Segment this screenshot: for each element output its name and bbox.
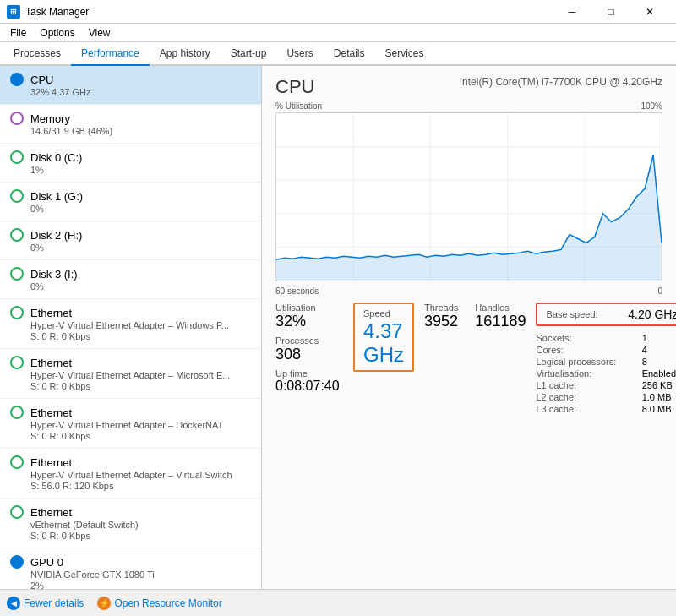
handles-value: 161189 <box>475 313 526 330</box>
l1-value: 256 KB <box>642 380 676 390</box>
memory-title: Memory <box>30 112 70 125</box>
eth1-icon <box>10 306 24 319</box>
disk3-sub: 0% <box>30 281 251 292</box>
sockets-value: 1 <box>642 333 676 343</box>
sidebar-item-memory[interactable]: Memory 14.6/31.9 GB (46%) <box>0 105 261 144</box>
gpu0-sub1: NVIDIA GeForce GTX 1080 Ti <box>30 570 251 580</box>
menu-view[interactable]: View <box>82 25 117 40</box>
logical-label: Logical processors: <box>536 357 628 367</box>
disk3-icon <box>10 267 24 281</box>
eth5-sub2: S: 0 R: 0 Kbps <box>30 531 251 541</box>
window-title: Task Manager <box>25 6 89 18</box>
sidebar-item-disk2[interactable]: Disk 2 (H:) 0% <box>0 221 261 260</box>
sidebar-item-eth5[interactable]: Ethernet vEthernet (Default Switch) S: 0… <box>0 499 261 548</box>
maximize-button[interactable]: □ <box>592 0 630 24</box>
tab-app-history[interactable]: App history <box>150 42 221 66</box>
memory-sub: 14.6/31.9 GB (46%) <box>30 126 251 136</box>
eth5-sub1: vEthernet (Default Switch) <box>30 520 251 530</box>
fewer-details-label: Fewer details <box>24 597 84 609</box>
tab-performance[interactable]: Performance <box>71 42 150 66</box>
sidebar-item-gpu0[interactable]: GPU 0 NVIDIA GeForce GTX 1080 Ti 2% <box>0 548 261 589</box>
sidebar-item-cpu[interactable]: CPU 32% 4.37 GHz <box>0 66 261 105</box>
disk2-title: Disk 2 (H:) <box>30 229 82 242</box>
eth3-icon <box>10 406 24 419</box>
main-content: CPU 32% 4.37 GHz Memory 14.6/31.9 GB (46… <box>0 66 676 589</box>
sidebar-item-disk3[interactable]: Disk 3 (I:) 0% <box>0 260 261 299</box>
sidebar-item-disk0[interactable]: Disk 0 (C:) 1% <box>0 144 261 183</box>
l2-value: 1.0 MB <box>642 392 676 402</box>
cpu-panel: CPU Intel(R) Core(TM) i7-7700K CPU @ 4.2… <box>262 66 676 589</box>
eth4-title: Ethernet <box>30 456 72 469</box>
l3-label: L3 cache: <box>536 404 628 414</box>
sidebar-item-eth1[interactable]: Ethernet Hyper-V Virtual Ethernet Adapte… <box>0 299 261 349</box>
threads-label: Threads <box>424 303 458 313</box>
disk1-title: Disk 1 (G:) <box>30 190 83 203</box>
uptime-value: 0:08:07:40 <box>275 379 343 394</box>
menu-file[interactable]: File <box>3 25 33 40</box>
gpu0-icon <box>10 555 24 569</box>
eth4-sub1: Hyper-V Virtual Ethernet Adapter – Virtu… <box>30 470 251 480</box>
sidebar-item-disk1[interactable]: Disk 1 (G:) 0% <box>0 183 261 221</box>
processes-value: 308 <box>275 346 343 363</box>
threads-value: 3952 <box>424 313 458 330</box>
cores-value: 4 <box>642 345 676 355</box>
l3-value: 8.0 MB <box>642 404 676 414</box>
eth4-icon <box>10 455 24 469</box>
window-controls: ─ □ ✕ <box>553 0 669 24</box>
eth2-icon <box>10 356 24 369</box>
l1-label: L1 cache: <box>536 380 628 390</box>
tab-processes[interactable]: Processes <box>3 42 71 66</box>
cpu-model: Intel(R) Core(TM) i7-7700K CPU @ 4.20GHz <box>460 76 662 88</box>
fewer-details-button[interactable]: ◀ Fewer details <box>7 597 84 610</box>
uptime-stat: Up time 0:08:07:40 <box>275 368 343 394</box>
speed-stat: Speed 4.37 GHz <box>353 303 414 372</box>
cpu-chart-svg <box>276 113 662 281</box>
tab-details[interactable]: Details <box>324 42 375 66</box>
tab-startup[interactable]: Start-up <box>221 42 277 66</box>
handles-label: Handles <box>475 303 526 313</box>
sockets-label: Sockets: <box>536 333 628 343</box>
speed-label: Speed <box>363 308 390 319</box>
sidebar-item-eth2[interactable]: Ethernet Hyper-V Virtual Ethernet Adapte… <box>0 349 261 399</box>
menu-options[interactable]: Options <box>33 25 81 40</box>
svg-marker-8 <box>276 155 662 281</box>
eth3-sub1: Hyper-V Virtual Ethernet Adapter – Docke… <box>30 420 251 430</box>
utilisation-stat: Utilisation 32% <box>275 303 343 330</box>
open-resource-monitor-button[interactable]: ⚡ Open Resource Monitor <box>97 597 221 610</box>
handles-stat: Handles 161189 <box>475 303 526 330</box>
virt-value: Enabled <box>642 368 676 379</box>
processes-stat: Processes 308 <box>275 335 343 363</box>
close-button[interactable]: ✕ <box>630 0 669 24</box>
disk0-title: Disk 0 (C:) <box>30 151 82 164</box>
base-speed-label: Base speed: <box>546 309 597 319</box>
cpu-details-grid: Sockets: 1 Cores: 4 Logical processors: … <box>536 333 676 414</box>
basespeed-box: Base speed: 4.20 GHz <box>536 303 676 326</box>
title-bar: ⊞ Task Manager ─ □ ✕ <box>0 0 676 24</box>
cpu-chart <box>275 112 662 281</box>
sidebar-item-eth4[interactable]: Ethernet Hyper-V Virtual Ethernet Adapte… <box>0 449 261 499</box>
eth1-sub2: S: 0 R: 0 Kbps <box>30 331 251 341</box>
disk3-title: Disk 3 (I:) <box>30 268 78 281</box>
base-speed-value: 4.20 GHz <box>628 308 676 321</box>
chart-label-top: % Utilisation 100% <box>275 101 662 111</box>
chart-time-right: 0 <box>657 286 662 296</box>
utilisation-label: Utilisation <box>275 303 343 313</box>
tab-services[interactable]: Services <box>374 42 433 66</box>
menu-bar: File Options View <box>0 24 676 42</box>
bottom-bar: ◀ Fewer details ⚡ Open Resource Monitor <box>0 589 676 616</box>
tab-users[interactable]: Users <box>276 42 323 66</box>
sidebar-item-eth3[interactable]: Ethernet Hyper-V Virtual Ethernet Adapte… <box>0 399 261 449</box>
disk2-sub: 0% <box>30 243 251 253</box>
resource-monitor-icon: ⚡ <box>97 597 111 610</box>
disk1-sub: 0% <box>30 204 251 214</box>
memory-icon <box>10 112 24 125</box>
resource-monitor-label: Open Resource Monitor <box>114 597 221 609</box>
chart-time-left: 60 seconds <box>275 286 319 296</box>
minimize-button[interactable]: ─ <box>553 0 592 24</box>
eth2-sub2: S: 0 R: 0 Kbps <box>30 381 251 391</box>
gpu0-title: GPU 0 <box>30 556 63 569</box>
cpu-icon <box>10 73 24 86</box>
eth3-sub2: S: 0 R: 0 Kbps <box>30 431 251 441</box>
eth5-title: Ethernet <box>30 506 72 519</box>
virt-label: Virtualisation: <box>536 368 628 379</box>
